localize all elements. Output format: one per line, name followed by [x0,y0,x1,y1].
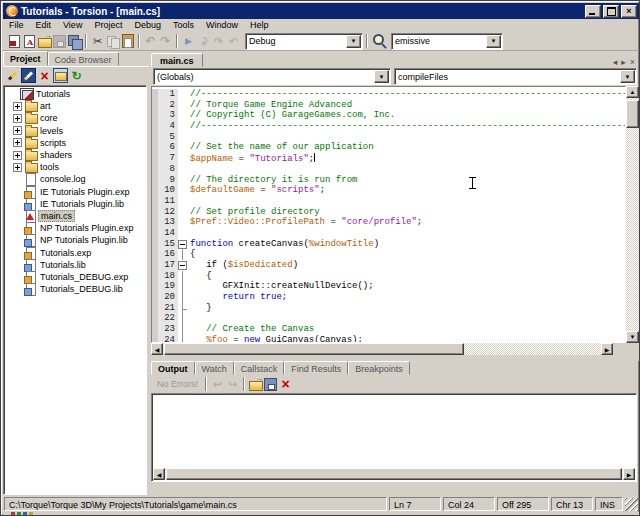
tree-item-shaders[interactable]: shaders [4,149,146,161]
tab-find-results[interactable]: Find Results [284,361,348,375]
open-file-icon[interactable] [248,377,263,392]
code-line[interactable]: 9// The directory it is run from [152,175,625,186]
code-line[interactable]: 4//-------------------------------------… [152,121,625,132]
open-project-icon[interactable] [22,34,37,49]
next-error-icon[interactable] [225,377,240,392]
run-icon[interactable] [181,34,196,49]
code-line[interactable]: 23 // Create the Canvas [152,324,625,335]
step-over-icon[interactable] [211,34,226,49]
code-line[interactable]: 15function createCanvas(%windowTitle) [152,239,625,250]
code-line[interactable]: 6// Set the name of our application [152,142,625,153]
menu-view[interactable]: View [57,19,88,32]
edit-script-icon[interactable] [5,68,20,83]
tree-item-art[interactable]: art [4,100,146,112]
step-into-icon[interactable] [196,34,211,49]
expand-plus-icon[interactable] [10,102,24,111]
horizontal-scroll-thumb[interactable] [166,468,622,480]
expand-plus-icon[interactable] [10,138,24,147]
tree-item-tutorials-exp[interactable]: Tutorials.exp [4,246,146,258]
code-line[interactable]: 1//-------------------------------------… [152,89,625,100]
tree-item-tutorials-lib[interactable]: Tutorials.lib [4,259,146,271]
code-line[interactable]: 11 [152,196,625,207]
output-console[interactable]: ◀ ▶ [151,393,637,482]
tree-item-levels[interactable]: levels [4,125,146,137]
scroll-left-icon[interactable]: ◀ [153,468,165,480]
tree-item-scripts[interactable]: scripts [4,137,146,149]
save-icon[interactable] [263,377,278,392]
maximize-button[interactable] [603,5,619,18]
code-line[interactable]: 7$appName = "Tutorials"; [152,153,625,164]
refresh-icon[interactable] [69,68,84,83]
minimize-button[interactable] [585,5,601,18]
tab-main-cs[interactable]: main.cs [151,53,203,67]
code-line[interactable]: 16{ [152,249,625,260]
chevron-down-icon[interactable]: ▼ [486,35,501,48]
step-out-icon[interactable] [226,34,241,49]
code-line[interactable]: 22 [152,313,625,324]
menu-window[interactable]: Window [200,19,244,32]
menu-file[interactable]: File [3,19,30,32]
code-line[interactable]: 5 [152,132,625,143]
chevron-down-icon[interactable]: ▼ [620,70,635,83]
chevron-down-icon[interactable]: ▼ [374,70,389,83]
chevron-down-icon[interactable]: ▼ [346,35,361,48]
sync-icon[interactable] [53,68,68,83]
code-editor[interactable]: 1//-------------------------------------… [151,86,626,343]
code-line[interactable]: 18 { [152,271,625,282]
tab-close-icon[interactable]: × [630,57,635,67]
tree-item-tutorials-debug-lib[interactable]: Tutorials_DEBUG.lib [4,283,146,295]
remove-icon[interactable] [37,68,52,83]
code-line[interactable]: 10$defaultGame = "scripts"; [152,185,625,196]
tree-item-ie-tutorials-plugin-exp[interactable]: IE Tutorials Plugin.exp [4,186,146,198]
vertical-scroll-thumb[interactable] [626,100,639,128]
scope-dropdown[interactable]: (Globals) ▼ [153,68,391,85]
tree-item-main-cs[interactable]: main.cs [4,210,146,222]
code-line[interactable]: 14 [152,228,625,239]
code-line[interactable]: 2// Torque Game Engine Advanced [152,100,625,111]
code-line[interactable]: 8 [152,164,625,175]
expand-plus-icon[interactable] [10,151,24,160]
tab-output[interactable]: Output [151,361,195,375]
symbol-dropdown[interactable]: compileFiles ▼ [394,68,637,85]
tab-watch[interactable]: Watch [195,361,234,375]
output-horizontal-scrollbar[interactable]: ◀ ▶ [153,468,635,480]
tree-item-tutorials-debug-exp[interactable]: Tutorials_DEBUG.exp [4,271,146,283]
tree-item-np-tutorials-plugin-exp[interactable]: NP Tutorials Plugin.exp [4,222,146,234]
new-file-icon[interactable] [7,34,22,49]
clear-icon[interactable] [278,377,293,392]
code-line[interactable]: 21 } [152,303,625,314]
code-line[interactable]: 19 GFXInit::createNullDevice(); [152,281,625,292]
tree-item-ie-tutorials-plugin-lib[interactable]: IE Tutorials Plugin.lib [4,198,146,210]
tree-item-core[interactable]: core [4,112,146,124]
tab-callstack[interactable]: Callstack [234,361,285,375]
expand-plus-icon[interactable] [10,114,24,123]
code-line[interactable]: 12// Set profile directory [152,207,625,218]
tree-item-tutorials[interactable]: Tutorials [4,88,146,100]
code-line[interactable]: 17 if ($isDedicated) [152,260,625,271]
scroll-up-icon[interactable]: ▲ [626,86,639,98]
expand-plus-icon[interactable] [10,163,24,172]
tab-project[interactable]: Project [3,51,48,66]
cut-icon[interactable] [90,34,105,49]
paste-icon[interactable] [120,34,135,49]
code-line[interactable]: 24 %foo = new GuiCanvas(Canvas); [152,335,625,343]
tab-code-browser[interactable]: Code Browser [48,52,119,66]
tree-item-np-tutorials-plugin-lib[interactable]: NP Tutorials Plugin.lib [4,234,146,246]
save-all-icon[interactable] [67,34,82,49]
open-file-icon[interactable] [37,34,52,49]
redo-icon[interactable] [158,34,173,49]
scroll-down-icon[interactable]: ▼ [626,331,639,343]
expand-plus-icon[interactable] [10,126,24,135]
tree-item-tools[interactable]: tools [4,161,146,173]
close-button[interactable]: × [621,5,637,18]
fold-margin[interactable] [178,260,188,271]
scroll-right-icon[interactable]: ▶ [601,343,613,355]
edit-active-icon[interactable] [21,68,36,83]
tab-scroll-left-icon[interactable]: ◂ [613,57,618,67]
previous-error-icon[interactable] [210,377,225,392]
scroll-right-icon[interactable]: ▶ [623,468,635,480]
menu-help[interactable]: Help [244,19,275,32]
code-line[interactable]: 20 return true; [152,292,625,303]
editor-vertical-scrollbar[interactable]: ▲ ▼ [626,86,639,343]
resize-grip[interactable] [625,498,638,511]
